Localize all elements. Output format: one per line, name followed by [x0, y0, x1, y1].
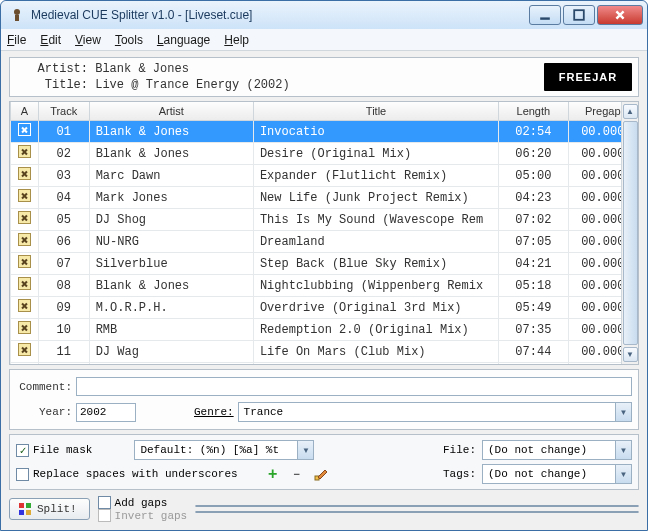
cell-length: 02:54 [499, 121, 568, 143]
svg-rect-1 [15, 15, 19, 21]
maximize-button[interactable] [563, 5, 595, 25]
scroll-up-icon[interactable]: ▲ [623, 104, 638, 119]
app-icon [9, 7, 25, 23]
add-icon[interactable]: + [264, 465, 282, 483]
scroll-down-icon[interactable]: ▼ [623, 347, 638, 362]
content-area: Artist: Blank & Jones Title: Live @ Tran… [1, 51, 647, 530]
svg-point-0 [14, 9, 20, 15]
table-row[interactable]: 09M.O.R.P.H.Overdrive (Original 3rd Mix)… [11, 297, 638, 319]
row-action-icon[interactable] [18, 321, 31, 334]
progress-bar-2 [195, 511, 639, 513]
progress-bar-1 [195, 505, 639, 507]
cell-track: 01 [38, 121, 89, 143]
row-action-icon[interactable] [18, 145, 31, 158]
window-controls [529, 5, 643, 25]
cell-title: Life On Mars (Club Mix) [253, 341, 498, 363]
add-gaps-checkbox[interactable]: Add gaps [98, 496, 188, 509]
row-action-icon[interactable] [18, 233, 31, 246]
table-row[interactable]: 02Blank & JonesDesire (Original Mix)06:2… [11, 143, 638, 165]
menu-edit[interactable]: Edit [40, 33, 61, 47]
row-action-icon[interactable] [18, 123, 31, 136]
cell-artist: Silverblue [89, 253, 253, 275]
cell-track: 08 [38, 275, 89, 297]
file-label: File: [443, 444, 476, 456]
menu-tools[interactable]: Tools [115, 33, 143, 47]
table-row[interactable]: 05DJ ShogThis Is My Sound (Wavescope Rem… [11, 209, 638, 231]
cell-track: 10 [38, 319, 89, 341]
table-row[interactable]: 01Blank & JonesInvocatio02:5400.000 [11, 121, 638, 143]
svg-rect-6 [26, 503, 31, 508]
track-table: A Track Artist Title Length Pregap 01Bla… [9, 101, 639, 365]
cell-title: Redemption 2.0 (Original Mix) [253, 319, 498, 341]
table-row[interactable]: 06NU-NRGDreamland07:0500.000 [11, 231, 638, 253]
cell-artist: DJ Shog [89, 209, 253, 231]
row-action-icon[interactable] [18, 211, 31, 224]
cell-artist: DJ Wag [89, 341, 253, 363]
remove-icon[interactable]: − [288, 465, 306, 483]
row-action-icon[interactable] [18, 277, 31, 290]
svg-rect-5 [19, 503, 24, 508]
chevron-down-icon[interactable]: ▼ [615, 441, 631, 459]
split-icon [18, 502, 32, 516]
cell-length: 07:02 [499, 209, 568, 231]
chevron-down-icon[interactable]: ▼ [297, 441, 313, 459]
cell-artist: Blank & Jones [89, 275, 253, 297]
cell-length: 04:23 [499, 187, 568, 209]
cell-artist: Blank & Jones [89, 121, 253, 143]
comment-label: Comment: [16, 381, 72, 393]
row-action-icon[interactable] [18, 255, 31, 268]
cell-length: 04:01 [499, 363, 568, 365]
cell-track: 09 [38, 297, 89, 319]
menu-language[interactable]: Language [157, 33, 210, 47]
cell-title: Desire (Original Mix) [253, 143, 498, 165]
replace-label: Replace spaces with underscores [33, 468, 238, 480]
tags-label: Tags: [443, 468, 476, 480]
menu-help[interactable]: Help [224, 33, 249, 47]
col-length[interactable]: Length [499, 102, 568, 121]
table-row[interactable]: 04Mark JonesNew Life (Junk Project Remix… [11, 187, 638, 209]
table-row[interactable]: 03Marc DawnExpander (Flutlicht Remix)05:… [11, 165, 638, 187]
file-combo[interactable]: (Do not change) ▼ [482, 440, 632, 460]
menu-view[interactable]: View [75, 33, 101, 47]
cell-track: 04 [38, 187, 89, 209]
split-button[interactable]: Split! [9, 498, 90, 520]
cell-track: 06 [38, 231, 89, 253]
cell-track: 11 [38, 341, 89, 363]
scroll-thumb[interactable] [623, 121, 638, 345]
table-row[interactable]: 11DJ WagLife On Mars (Club Mix)07:4400.0… [11, 341, 638, 363]
title-label: Title: [16, 78, 95, 92]
info-panel: Artist: Blank & Jones Title: Live @ Tran… [9, 57, 639, 97]
genre-combo[interactable]: Trance ▼ [238, 402, 632, 422]
menu-file[interactable]: File [7, 33, 26, 47]
replace-spaces-checkbox[interactable]: Replace spaces with underscores [16, 468, 238, 481]
table-row[interactable]: 08Blank & JonesNightclubbing (Wippenberg… [11, 275, 638, 297]
table-row[interactable]: 10RMBRedemption 2.0 (Original Mix)07:350… [11, 319, 638, 341]
year-input[interactable] [76, 403, 136, 422]
table-row[interactable]: 07SilverblueStep Back (Blue Sky Remix)04… [11, 253, 638, 275]
comment-input[interactable] [76, 377, 632, 396]
row-action-icon[interactable] [18, 299, 31, 312]
chevron-down-icon[interactable]: ▼ [615, 465, 631, 483]
titlebar: Medieval CUE Splitter v1.0 - [Liveset.cu… [1, 1, 647, 29]
minimize-button[interactable] [529, 5, 561, 25]
tags-combo[interactable]: (Do not change) ▼ [482, 464, 632, 484]
chevron-down-icon[interactable]: ▼ [615, 403, 631, 421]
close-button[interactable] [597, 5, 643, 25]
col-a[interactable]: A [11, 102, 39, 121]
edit-icon[interactable] [312, 465, 330, 483]
filemask-checkbox[interactable]: ✓ File mask [16, 444, 92, 457]
cell-length: 05:00 [499, 165, 568, 187]
col-track[interactable]: Track [38, 102, 89, 121]
vertical-scrollbar[interactable]: ▲ ▼ [621, 102, 638, 364]
table-row[interactable]: 12DJ VirusAll Your Bass (Thomas Trouble … [11, 363, 638, 365]
filemask-combo[interactable]: Default: (%n) [%a] %t ▼ [134, 440, 314, 460]
title-value: Live @ Trance Energy (2002) [95, 78, 289, 92]
cell-title: All Your Bass (Thomas Trouble R [253, 363, 498, 365]
col-title[interactable]: Title [253, 102, 498, 121]
cell-title: This Is My Sound (Wavescope Rem [253, 209, 498, 231]
invert-gaps-checkbox: Invert gaps [98, 509, 188, 522]
row-action-icon[interactable] [18, 343, 31, 356]
row-action-icon[interactable] [18, 189, 31, 202]
row-action-icon[interactable] [18, 167, 31, 180]
col-artist[interactable]: Artist [89, 102, 253, 121]
